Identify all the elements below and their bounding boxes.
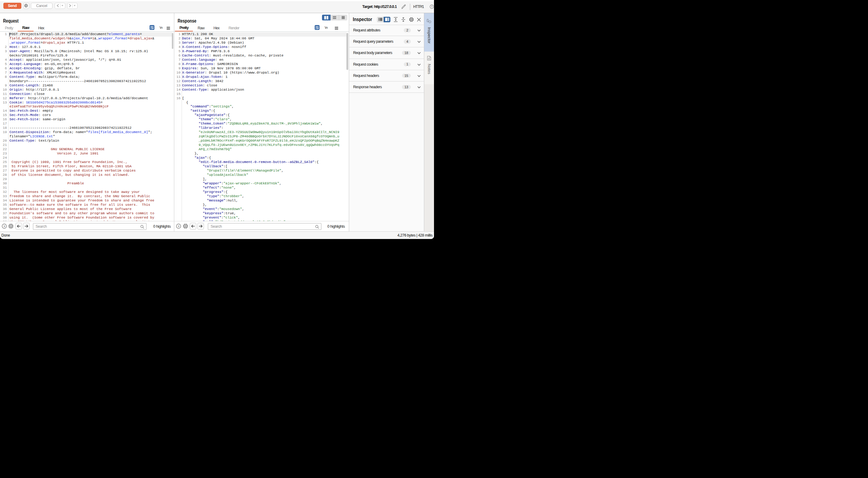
svg-text:?: ? bbox=[178, 225, 180, 228]
svg-text:?: ? bbox=[3, 225, 5, 228]
svg-text:?: ? bbox=[431, 5, 432, 8]
